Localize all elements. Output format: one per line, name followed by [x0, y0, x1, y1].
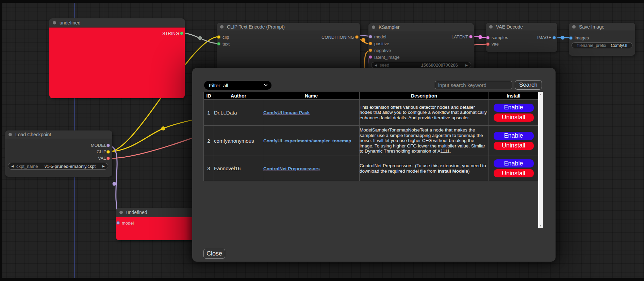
- extension-id: 3: [204, 156, 214, 181]
- input-slot-model[interactable]: [369, 35, 372, 38]
- widget-value: v1-5-pruned-emaonly.ckpt: [45, 164, 96, 169]
- node-title-bar[interactable]: CLIP Text Encode (Prompt): [217, 23, 360, 31]
- input-label: clip: [222, 35, 229, 40]
- node-title: VAE Decode: [496, 24, 523, 30]
- node-undefined-top[interactable]: undefined STRING: [49, 18, 185, 98]
- search-input[interactable]: [435, 81, 512, 89]
- decrement-arrow-icon[interactable]: ◀: [375, 62, 377, 68]
- node-title-bar[interactable]: Load Checkpoint: [5, 130, 112, 139]
- widget-value: ComfyUI: [611, 43, 627, 48]
- col-header-install: Install: [489, 92, 539, 100]
- output-slot-vae[interactable]: [106, 157, 110, 160]
- collapse-dot-icon[interactable]: [220, 25, 224, 29]
- input-label: model: [122, 221, 134, 226]
- output-label: VAE: [98, 156, 106, 161]
- enable-button[interactable]: Enable: [494, 132, 534, 140]
- node-title: undefined: [60, 20, 81, 25]
- node-vae-decode[interactable]: VAE Decode samples IMAGE vae: [486, 23, 557, 52]
- uninstall-button[interactable]: Uninstall: [494, 113, 534, 122]
- node-title: Save Image: [579, 24, 605, 30]
- input-slot-samples[interactable]: [486, 36, 490, 39]
- input-label: text: [222, 41, 230, 47]
- collapse-dot-icon[interactable]: [489, 25, 493, 29]
- enable-button[interactable]: Enable: [494, 104, 534, 112]
- extension-author: comfyanonymous: [214, 126, 263, 156]
- output-slot-image[interactable]: [552, 36, 556, 39]
- table-row: 3 Fannovel16 ControlNet Preprocessors Co…: [204, 156, 539, 181]
- input-label: negative: [374, 48, 391, 53]
- node-title-bar[interactable]: KSampler: [368, 23, 474, 31]
- extension-link[interactable]: ComfyUI Impact Pack: [263, 110, 310, 115]
- output-slot-model[interactable]: [106, 144, 110, 147]
- node-title-bar[interactable]: VAE Decode: [486, 23, 557, 31]
- close-button[interactable]: Close: [203, 249, 225, 259]
- input-label: model: [374, 34, 386, 39]
- input-slot-latent-image[interactable]: [369, 55, 372, 59]
- scroll-down-icon[interactable]: ▼: [538, 225, 543, 227]
- collapse-dot-icon[interactable]: [572, 25, 576, 29]
- scroll-up-icon[interactable]: ▲: [538, 93, 543, 95]
- collapse-dot-icon[interactable]: [9, 133, 12, 136]
- enable-button[interactable]: Enable: [494, 159, 534, 168]
- input-slot-images[interactable]: [569, 36, 573, 40]
- collapse-dot-icon[interactable]: [53, 21, 56, 24]
- input-label: latent_image: [374, 55, 399, 60]
- output-slot-conditioning[interactable]: [355, 35, 359, 39]
- bold-text: Install Models: [438, 169, 468, 174]
- node-title: KSampler: [379, 24, 399, 30]
- filter-selected-value: Filter: all: [209, 83, 228, 88]
- col-header-id: ID: [204, 92, 214, 100]
- col-header-description: Description: [360, 92, 489, 100]
- input-label: samples: [492, 35, 508, 40]
- page-frame-left: [0, 0, 2, 281]
- output-slot-latent[interactable]: [469, 35, 473, 38]
- extension-link[interactable]: ComfyUI_experiments/sampler_tonemap: [263, 138, 351, 143]
- output-slot-string[interactable]: [180, 32, 183, 35]
- node-load-checkpoint[interactable]: Load Checkpoint MODEL CLIP VAE ◀ ckpt_na…: [5, 130, 112, 177]
- col-header-name: Name: [263, 92, 360, 100]
- output-slot-clip[interactable]: [106, 150, 110, 154]
- filter-select[interactable]: Filter: all: [204, 81, 271, 90]
- collapse-dot-icon[interactable]: [119, 211, 123, 214]
- next-arrow-icon[interactable]: ▶: [102, 163, 105, 169]
- node-title: Load Checkpoint: [15, 132, 51, 137]
- search-button[interactable]: Search: [515, 80, 542, 90]
- node-save-image[interactable]: Save Image images filename_prefix ComfyU…: [569, 23, 635, 56]
- node-title: undefined: [126, 210, 147, 215]
- prev-arrow-icon[interactable]: ◀: [11, 163, 14, 169]
- col-header-author: Author: [214, 92, 263, 100]
- input-label: images: [575, 35, 589, 40]
- output-label: CLIP: [97, 149, 106, 154]
- input-slot-clip[interactable]: [217, 35, 220, 39]
- table-header-row: ID Author Name Description Install: [204, 92, 539, 100]
- widget-name: ckpt_name: [16, 164, 38, 169]
- extension-description: ControlNet Preprocessors. (To use this e…: [360, 156, 489, 181]
- input-slot-vae[interactable]: [486, 42, 490, 46]
- table-scrollbar[interactable]: ▲ ▼: [538, 92, 543, 228]
- input-label: vae: [492, 41, 499, 47]
- uninstall-button[interactable]: Uninstall: [494, 169, 534, 177]
- extension-id: 1: [204, 100, 214, 126]
- input-slot-text[interactable]: [217, 42, 220, 46]
- chevron-down-icon: [264, 84, 268, 87]
- collapse-dot-icon[interactable]: [372, 25, 375, 29]
- extension-link[interactable]: ControlNet Preprocessors: [263, 166, 320, 171]
- filename-prefix-widget[interactable]: filename_prefix ComfyUI: [572, 42, 632, 48]
- input-slot-positive[interactable]: [369, 42, 372, 45]
- table-row: 2 comfyanonymous ComfyUI_experiments/sam…: [204, 126, 539, 156]
- node-title-bar[interactable]: Save Image: [569, 23, 635, 31]
- ckpt-name-widget[interactable]: ◀ ckpt_name v1-5-pruned-emaonly.ckpt ▶: [8, 163, 108, 170]
- widget-value: 156680208700286: [421, 63, 458, 68]
- output-label: LATENT: [451, 34, 468, 39]
- table-row: 1 Dr.Lt.Data ComfyUI Impact Pack This ex…: [204, 100, 539, 126]
- increment-arrow-icon[interactable]: ▶: [465, 62, 468, 68]
- output-label: STRING: [162, 31, 179, 36]
- extension-id: 2: [204, 126, 214, 156]
- extension-author: Dr.Lt.Data: [214, 100, 263, 126]
- input-slot-negative[interactable]: [369, 49, 372, 52]
- seed-widget[interactable]: ◀ seed 156680208700286 ▶: [371, 62, 471, 68]
- input-slot-model[interactable]: [116, 221, 120, 225]
- uninstall-button[interactable]: Uninstall: [494, 142, 534, 150]
- output-label: IMAGE: [537, 35, 551, 40]
- node-title-bar[interactable]: undefined: [49, 18, 185, 28]
